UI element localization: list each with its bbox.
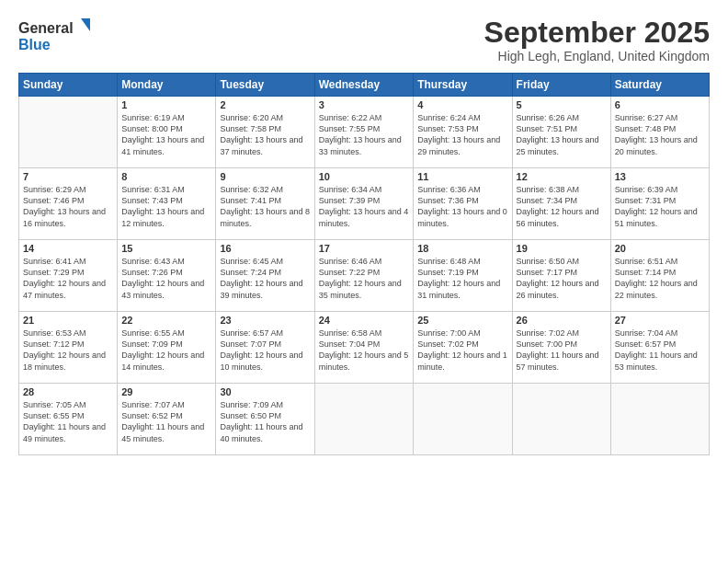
calendar-table: Sunday Monday Tuesday Wednesday Thursday…	[18, 73, 710, 455]
day-number: 15	[121, 243, 211, 254]
cell-w4-d3: 23Sunrise: 6:57 AM Sunset: 7:07 PM Dayli…	[216, 312, 314, 384]
day-info: Sunrise: 6:43 AM Sunset: 7:26 PM Dayligh…	[121, 256, 211, 301]
cell-w5-d4	[314, 384, 414, 455]
day-info: Sunrise: 7:04 AM Sunset: 6:57 PM Dayligh…	[615, 327, 705, 373]
location: High Legh, England, United Kingdom	[484, 49, 710, 63]
logo-svg: General Blue	[18, 17, 92, 53]
col-wednesday: Wednesday	[314, 74, 414, 97]
cell-w3-d3: 16Sunrise: 6:45 AM Sunset: 7:24 PM Dayli…	[216, 240, 314, 312]
day-number: 4	[417, 99, 507, 110]
day-info: Sunrise: 6:29 AM Sunset: 7:46 PM Dayligh…	[23, 184, 113, 229]
day-info: Sunrise: 6:53 AM Sunset: 7:12 PM Dayligh…	[23, 327, 113, 373]
day-number: 6	[615, 99, 705, 110]
svg-text:General: General	[18, 20, 74, 36]
day-info: Sunrise: 6:51 AM Sunset: 7:14 PM Dayligh…	[615, 256, 705, 301]
day-number: 13	[615, 171, 705, 182]
header: General Blue September 2025 High Legh, E…	[18, 17, 710, 63]
day-number: 28	[23, 386, 113, 397]
day-info: Sunrise: 7:00 AM Sunset: 7:02 PM Dayligh…	[417, 327, 507, 373]
day-number: 21	[23, 315, 113, 326]
cell-w4-d1: 21Sunrise: 6:53 AM Sunset: 7:12 PM Dayli…	[19, 312, 118, 384]
cell-w4-d5: 25Sunrise: 7:00 AM Sunset: 7:02 PM Dayli…	[414, 312, 512, 384]
logo: General Blue	[18, 17, 92, 53]
day-number: 16	[220, 243, 310, 254]
month-title: September 2025	[484, 17, 710, 49]
day-number: 1	[121, 99, 211, 110]
day-number: 10	[319, 171, 410, 182]
day-info: Sunrise: 6:26 AM Sunset: 7:51 PM Dayligh…	[517, 112, 607, 157]
cell-w3-d5: 18Sunrise: 6:48 AM Sunset: 7:19 PM Dayli…	[414, 240, 512, 312]
cell-w3-d4: 17Sunrise: 6:46 AM Sunset: 7:22 PM Dayli…	[314, 240, 414, 312]
cell-w1-d2: 1Sunrise: 6:19 AM Sunset: 8:00 PM Daylig…	[118, 97, 216, 168]
cell-w3-d7: 20Sunrise: 6:51 AM Sunset: 7:14 PM Dayli…	[610, 240, 709, 312]
day-number: 17	[319, 243, 410, 254]
day-info: Sunrise: 6:58 AM Sunset: 7:04 PM Dayligh…	[319, 327, 410, 373]
cell-w2-d6: 12Sunrise: 6:38 AM Sunset: 7:34 PM Dayli…	[512, 168, 610, 240]
cell-w1-d4: 3Sunrise: 6:22 AM Sunset: 7:55 PM Daylig…	[314, 97, 414, 168]
day-info: Sunrise: 7:07 AM Sunset: 6:52 PM Dayligh…	[121, 399, 211, 444]
cell-w2-d7: 13Sunrise: 6:39 AM Sunset: 7:31 PM Dayli…	[610, 168, 709, 240]
cell-w1-d3: 2Sunrise: 6:20 AM Sunset: 7:58 PM Daylig…	[216, 97, 314, 168]
svg-marker-2	[81, 18, 90, 31]
day-info: Sunrise: 6:32 AM Sunset: 7:41 PM Dayligh…	[220, 184, 310, 229]
day-info: Sunrise: 6:57 AM Sunset: 7:07 PM Dayligh…	[220, 327, 310, 373]
day-number: 7	[23, 171, 113, 182]
day-info: Sunrise: 6:41 AM Sunset: 7:29 PM Dayligh…	[23, 256, 113, 301]
day-info: Sunrise: 6:46 AM Sunset: 7:22 PM Dayligh…	[319, 256, 410, 301]
day-info: Sunrise: 7:02 AM Sunset: 7:00 PM Dayligh…	[517, 327, 607, 373]
cell-w2-d1: 7Sunrise: 6:29 AM Sunset: 7:46 PM Daylig…	[19, 168, 118, 240]
day-info: Sunrise: 6:27 AM Sunset: 7:48 PM Dayligh…	[615, 112, 705, 157]
cell-w4-d4: 24Sunrise: 6:58 AM Sunset: 7:04 PM Dayli…	[314, 312, 414, 384]
cell-w3-d2: 15Sunrise: 6:43 AM Sunset: 7:26 PM Dayli…	[118, 240, 216, 312]
col-saturday: Saturday	[610, 74, 709, 97]
day-info: Sunrise: 6:20 AM Sunset: 7:58 PM Dayligh…	[220, 112, 310, 157]
cell-w2-d5: 11Sunrise: 6:36 AM Sunset: 7:36 PM Dayli…	[414, 168, 512, 240]
col-tuesday: Tuesday	[216, 74, 314, 97]
col-monday: Monday	[118, 74, 216, 97]
day-info: Sunrise: 6:24 AM Sunset: 7:53 PM Dayligh…	[417, 112, 507, 157]
week-row-2: 7Sunrise: 6:29 AM Sunset: 7:46 PM Daylig…	[19, 168, 710, 240]
day-number: 24	[319, 315, 410, 326]
cell-w1-d7: 6Sunrise: 6:27 AM Sunset: 7:48 PM Daylig…	[610, 97, 709, 168]
cell-w4-d6: 26Sunrise: 7:02 AM Sunset: 7:00 PM Dayli…	[512, 312, 610, 384]
cell-w4-d7: 27Sunrise: 7:04 AM Sunset: 6:57 PM Dayli…	[610, 312, 709, 384]
day-number: 25	[417, 315, 507, 326]
svg-text:Blue: Blue	[18, 37, 51, 52]
title-block: September 2025 High Legh, England, Unite…	[484, 17, 710, 63]
day-info: Sunrise: 6:50 AM Sunset: 7:17 PM Dayligh…	[517, 256, 607, 301]
cell-w5-d7	[610, 384, 709, 455]
day-info: Sunrise: 6:22 AM Sunset: 7:55 PM Dayligh…	[319, 112, 410, 157]
day-number: 14	[23, 243, 113, 254]
day-info: Sunrise: 6:31 AM Sunset: 7:43 PM Dayligh…	[121, 184, 211, 229]
cell-w5-d5	[414, 384, 512, 455]
col-friday: Friday	[512, 74, 610, 97]
day-info: Sunrise: 6:34 AM Sunset: 7:39 PM Dayligh…	[319, 184, 410, 229]
cell-w5-d3: 30Sunrise: 7:09 AM Sunset: 6:50 PM Dayli…	[216, 384, 314, 455]
day-info: Sunrise: 7:09 AM Sunset: 6:50 PM Dayligh…	[220, 399, 310, 444]
day-info: Sunrise: 6:39 AM Sunset: 7:31 PM Dayligh…	[615, 184, 705, 229]
day-number: 23	[220, 315, 310, 326]
day-number: 29	[121, 386, 211, 397]
cell-w4-d2: 22Sunrise: 6:55 AM Sunset: 7:09 PM Dayli…	[118, 312, 216, 384]
day-number: 9	[220, 171, 310, 182]
day-number: 11	[417, 171, 507, 182]
cell-w5-d6	[512, 384, 610, 455]
cell-w3-d6: 19Sunrise: 6:50 AM Sunset: 7:17 PM Dayli…	[512, 240, 610, 312]
day-info: Sunrise: 6:45 AM Sunset: 7:24 PM Dayligh…	[220, 256, 310, 301]
day-info: Sunrise: 7:05 AM Sunset: 6:55 PM Dayligh…	[23, 399, 113, 444]
cell-w1-d1	[19, 97, 118, 168]
day-info: Sunrise: 6:19 AM Sunset: 8:00 PM Dayligh…	[121, 112, 211, 157]
cell-w5-d2: 29Sunrise: 7:07 AM Sunset: 6:52 PM Dayli…	[118, 384, 216, 455]
day-number: 26	[517, 315, 607, 326]
week-row-4: 21Sunrise: 6:53 AM Sunset: 7:12 PM Dayli…	[19, 312, 710, 384]
day-number: 19	[517, 243, 607, 254]
day-number: 22	[121, 315, 211, 326]
day-number: 30	[220, 386, 310, 397]
day-number: 8	[121, 171, 211, 182]
week-row-5: 28Sunrise: 7:05 AM Sunset: 6:55 PM Dayli…	[19, 384, 710, 455]
day-info: Sunrise: 6:38 AM Sunset: 7:34 PM Dayligh…	[517, 184, 607, 229]
header-row: Sunday Monday Tuesday Wednesday Thursday…	[19, 74, 710, 97]
cell-w1-d6: 5Sunrise: 6:26 AM Sunset: 7:51 PM Daylig…	[512, 97, 610, 168]
cell-w2-d4: 10Sunrise: 6:34 AM Sunset: 7:39 PM Dayli…	[314, 168, 414, 240]
day-number: 5	[517, 99, 607, 110]
